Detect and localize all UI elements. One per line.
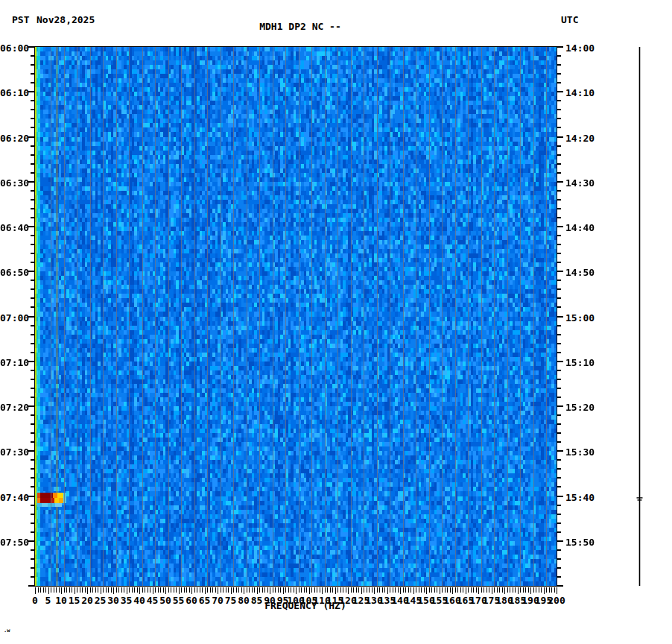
freq-tick: [101, 587, 101, 594]
freq-tick: [473, 587, 474, 593]
time-tick-right: [557, 379, 561, 380]
time-tick-right: [557, 316, 563, 318]
time-label-pst: 07:30: [0, 447, 28, 457]
freq-tick: [155, 587, 156, 593]
freq-tick: [90, 587, 91, 593]
freq-tick: [278, 587, 279, 593]
freq-tick: [450, 587, 451, 593]
time-tick-right: [557, 64, 561, 66]
freq-tick: [69, 587, 70, 593]
time-tick-right: [557, 477, 561, 479]
time-tick-left: [31, 531, 34, 533]
timezone-right-label: UTC: [561, 15, 578, 25]
freq-tick: [150, 587, 150, 593]
time-tick-left: [31, 217, 34, 218]
freq-tick: [181, 587, 182, 593]
time-tick-right: [557, 459, 561, 461]
freq-tick-label: 200: [548, 596, 565, 605]
time-tick-right: [557, 244, 561, 245]
freq-tick: [194, 587, 195, 593]
corner-text: .w: [4, 628, 10, 634]
time-tick-right: [557, 496, 563, 497]
freq-tick: [85, 587, 86, 593]
freq-tick: [343, 587, 343, 593]
freq-tick: [197, 587, 197, 593]
freq-tick: [252, 587, 253, 593]
time-tick-left: [28, 136, 34, 138]
time-tick-left: [31, 163, 34, 165]
freq-tick: [460, 587, 461, 593]
time-tick-left: [28, 405, 34, 407]
freq-tick: [429, 587, 430, 593]
freq-tick: [348, 587, 349, 594]
time-tick-right: [557, 109, 561, 110]
freq-tick: [61, 587, 62, 594]
freq-tick-label: 35: [121, 596, 133, 605]
time-tick-right: [557, 55, 561, 57]
freq-tick: [210, 587, 211, 593]
time-label-utc: 15:40: [565, 492, 595, 502]
freq-tick: [320, 587, 320, 593]
time-tick-right: [557, 280, 561, 281]
time-tick-left: [28, 361, 34, 362]
freq-tick: [554, 587, 555, 593]
time-tick-right: [557, 405, 563, 407]
freq-tick-label: 90: [264, 596, 276, 605]
freq-tick: [327, 587, 328, 593]
freq-tick: [121, 587, 122, 593]
time-label-pst: 07:40: [0, 492, 28, 502]
time-tick-left: [31, 145, 34, 147]
freq-tick-label: 65: [199, 596, 211, 605]
time-tick-right: [557, 73, 561, 75]
freq-tick: [510, 587, 510, 593]
freq-tick: [270, 587, 270, 594]
time-label-utc: 14:30: [565, 177, 595, 187]
time-tick-right: [557, 549, 561, 551]
freq-tick: [481, 587, 482, 593]
freq-tick: [507, 587, 508, 593]
time-tick-left: [31, 280, 34, 281]
freq-tick: [236, 587, 237, 593]
freq-tick: [387, 587, 388, 594]
freq-tick: [244, 587, 244, 594]
freq-tick: [82, 587, 83, 593]
time-tick-left: [31, 388, 34, 389]
freq-tick: [335, 587, 336, 594]
freq-tick: [513, 587, 513, 593]
time-tick-right: [557, 306, 561, 308]
freq-tick: [129, 587, 130, 593]
freq-tick: [218, 587, 218, 594]
freq-tick: [191, 587, 192, 594]
freq-tick: [364, 587, 364, 593]
freq-tick-label: 75: [225, 596, 237, 605]
time-tick-left: [31, 235, 34, 236]
freq-tick: [43, 587, 44, 593]
time-tick-right: [557, 325, 561, 326]
freq-tick: [330, 587, 331, 593]
freq-tick: [296, 587, 297, 594]
freq-tick: [403, 587, 404, 593]
time-tick-left: [31, 505, 34, 506]
time-label-pst: 06:30: [0, 177, 28, 187]
time-tick-right: [557, 388, 561, 389]
timezone-left-label: PST: [12, 15, 29, 25]
time-tick-left: [28, 540, 34, 542]
time-tick-left: [31, 549, 34, 551]
time-tick-right: [557, 441, 561, 443]
freq-tick: [358, 587, 359, 593]
freq-tick-label: 40: [133, 596, 145, 605]
freq-tick: [379, 587, 380, 593]
title-station-code: MDH1 DP2 NC --: [77, 22, 524, 31]
time-label-pst: 06:20: [0, 133, 28, 142]
time-tick-left: [31, 55, 34, 57]
time-tick-right: [557, 486, 561, 487]
time-label-pst: 06:40: [0, 223, 28, 233]
time-label-utc: 14:20: [565, 133, 595, 142]
time-tick-left: [31, 127, 34, 128]
time-tick-left: [31, 208, 34, 209]
time-tick-right: [557, 217, 561, 218]
time-tick-left: [31, 441, 34, 443]
freq-tick: [419, 587, 419, 593]
freq-tick: [233, 587, 234, 593]
time-label-utc: 14:10: [565, 88, 595, 98]
